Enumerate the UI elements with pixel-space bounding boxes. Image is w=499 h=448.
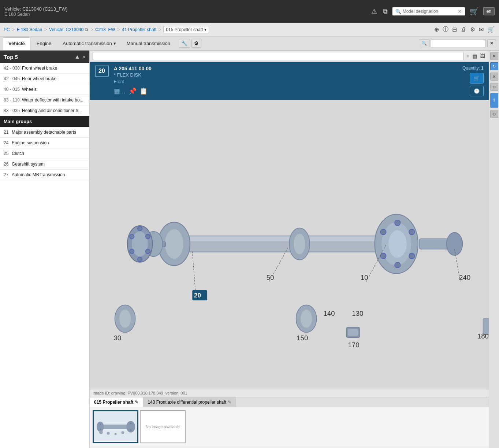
group-item-21[interactable]: 21 Major assembly detachable parts — [0, 127, 89, 138]
svg-point-54 — [126, 421, 135, 433]
right-cross-btn[interactable]: ✕ — [490, 73, 498, 81]
warning-button[interactable]: ⚠ — [370, 6, 379, 17]
sidebar-collapse-btn[interactable]: ▲ — [74, 53, 80, 60]
mail-button[interactable]: ✉ — [478, 25, 484, 34]
group-item-24[interactable]: 24 Engine suspension — [0, 138, 89, 148]
right-refresh-btn[interactable]: ↻ — [490, 62, 498, 70]
group-item-27[interactable]: 27 Automatic MB transmission — [0, 170, 89, 180]
top5-item-1-label: Front wheel brake — [22, 66, 57, 71]
top5-item-3-code: 40 - 015 — [4, 87, 20, 92]
svg-text:180: 180 — [477, 332, 489, 340]
svg-point-29 — [119, 310, 131, 328]
schedule-button[interactable]: 🕐 — [470, 86, 484, 96]
tab-automatic-transmission[interactable]: Automatic transmission ▾ — [57, 38, 121, 49]
another-cart-button[interactable]: 🛒 — [487, 25, 495, 34]
svg-point-14 — [146, 249, 150, 253]
svg-text:140: 140 — [323, 310, 335, 317]
list-view-btn[interactable]: ≡ — [466, 52, 470, 60]
breadcrumb-sep-3: > — [90, 27, 93, 32]
part-grid-btn[interactable]: ▦... — [114, 87, 126, 95]
top5-item-2[interactable]: 42 - 045 Rear wheel brake — [0, 74, 89, 84]
bottom-tab-1-edit-icon[interactable]: ✎ — [135, 400, 138, 405]
tools-icon-2[interactable]: ⚙ — [191, 39, 201, 48]
settings-button[interactable]: ⚙ — [469, 25, 476, 34]
main-groups-title: Main groups — [4, 119, 32, 124]
tab-manual-transmission[interactable]: Manual transmission — [121, 37, 176, 49]
svg-rect-2 — [175, 237, 392, 241]
nav-search-input[interactable] — [431, 39, 486, 47]
add-to-cart-button[interactable]: 🛒 — [470, 73, 484, 84]
top5-item-1[interactable]: 42 - 030 Front wheel brake — [0, 63, 89, 74]
print-button[interactable]: 🖨 — [460, 26, 467, 34]
tab-vehicle[interactable]: Vehicle — [3, 37, 30, 50]
group-item-25-label: Clutch — [12, 151, 24, 156]
svg-point-27 — [447, 233, 463, 255]
breadcrumb-current[interactable]: 015 Propeller shaft ▾ — [163, 26, 209, 33]
grid-view-btn[interactable]: ▦ — [472, 52, 478, 60]
group-item-25[interactable]: 25 Clutch — [0, 148, 89, 159]
svg-point-8 — [132, 232, 148, 257]
info-button[interactable]: ⓘ — [442, 25, 449, 34]
thumbnail-2[interactable]: No image available — [140, 410, 186, 443]
breadcrumb-vehicle[interactable]: Vehicle: C213040 — [49, 27, 83, 32]
breadcrumb-pc[interactable]: PC — [4, 27, 10, 32]
group-item-27-label: Automatic MB transmission — [12, 172, 65, 177]
breadcrumb-e180[interactable]: E 180 Sedan — [17, 27, 42, 32]
breadcrumb-bar: PC > E 180 Sedan > Vehicle: C213040 ⧉ > … — [0, 23, 499, 37]
copy-vehicle-icon[interactable]: ⧉ — [85, 27, 88, 32]
top5-item-5[interactable]: 83 - 035 Heating and air conditioner h..… — [0, 105, 89, 116]
svg-point-62 — [115, 433, 117, 435]
svg-point-55 — [100, 423, 101, 425]
svg-point-21 — [395, 262, 401, 268]
part-code: A 205 411 00 00 — [114, 66, 457, 71]
zoom-in-button[interactable]: ⊕ — [433, 25, 440, 34]
thumbnail-1[interactable] — [93, 410, 138, 443]
part-info-btn[interactable]: 📌 — [129, 87, 137, 95]
tools-icon-1[interactable]: 🔧 — [179, 39, 190, 48]
part-list-icon-group: ≡ ▦ 🖼 — [466, 52, 486, 60]
part-name: * FLEX DISK — [114, 72, 457, 78]
language-selector[interactable]: en — [483, 7, 495, 15]
top5-item-4[interactable]: 83 - 110 Water deflector with intake bo.… — [0, 95, 89, 105]
bottom-tab-1[interactable]: 015 Propeller shaft ✎ — [90, 397, 143, 407]
svg-point-4 — [165, 229, 183, 259]
svg-text:20: 20 — [194, 292, 201, 299]
bottom-tab-2[interactable]: 140 Front axle differential propeller sh… — [143, 397, 236, 407]
svg-point-32 — [301, 310, 312, 328]
search-clear-button[interactable]: ✕ — [458, 8, 462, 14]
part-list-search[interactable] — [93, 52, 463, 60]
sidebar-close-btn[interactable]: « — [82, 53, 86, 60]
left-sidebar: Top 5 ▲ « 42 - 030 Front wheel brake 42 … — [0, 51, 90, 448]
bottom-section: 015 Propeller shaft ✎ 140 Front axle dif… — [90, 397, 489, 448]
part-doc-btn[interactable]: 📋 — [139, 87, 148, 95]
copy-button[interactable]: ⧉ — [381, 6, 389, 17]
propeller-diagram[interactable]: 10 50 20 30 130 140 150 170 180 200 240 — [90, 100, 489, 389]
top5-item-5-label: Heating and air conditioner h... — [22, 108, 82, 113]
gallery-view-btn[interactable]: 🖼 — [479, 52, 486, 60]
breadcrumb-c213fw[interactable]: C213_FW — [95, 27, 115, 32]
top-bar: Vehicle: C213040 (C213_FW) E 180 Sedan ⚠… — [0, 0, 499, 23]
part-qty-label: Quantity: 1 — [462, 66, 484, 71]
thumbnail-1-image — [94, 412, 137, 441]
top5-item-3[interactable]: 40 - 015 Wheels — [0, 84, 89, 95]
filter-button[interactable]: ⊟ — [451, 25, 458, 34]
model-search-input[interactable] — [403, 9, 458, 14]
right-sidebar: ✕ ↻ ✕ ⊕ ! ⊖ — [489, 51, 499, 448]
bottom-tab-2-label: 140 Front axle differential propeller sh… — [148, 400, 226, 405]
right-zoom-out-btn[interactable]: ⊖ — [490, 110, 498, 118]
group-item-26[interactable]: 26 Gearshift system — [0, 159, 89, 170]
right-close-btn[interactable]: ✕ — [490, 52, 498, 60]
right-highlight-btn[interactable]: ! — [490, 93, 498, 108]
bottom-tab-2-edit-icon[interactable]: ✎ — [228, 400, 231, 405]
diagram-container: 10 50 20 30 130 140 150 170 180 200 240 — [90, 100, 489, 389]
svg-text:130: 130 — [352, 310, 363, 317]
top5-item-1-code: 42 - 030 — [4, 66, 20, 71]
breadcrumb-propshaft[interactable]: 41 Propeller shaft — [122, 27, 156, 32]
right-zoom-in-btn[interactable]: ⊕ — [490, 83, 498, 91]
tab-engine[interactable]: Engine — [31, 37, 57, 49]
top5-item-2-label: Rear wheel brake — [22, 76, 56, 81]
breadcrumb-current-label: 015 Propeller shaft — [166, 27, 203, 32]
cart-button[interactable]: 🛒 — [468, 5, 480, 17]
nav-search-btn[interactable]: 🔍 — [419, 39, 429, 47]
nav-search-clear[interactable]: ✕ — [487, 39, 496, 47]
